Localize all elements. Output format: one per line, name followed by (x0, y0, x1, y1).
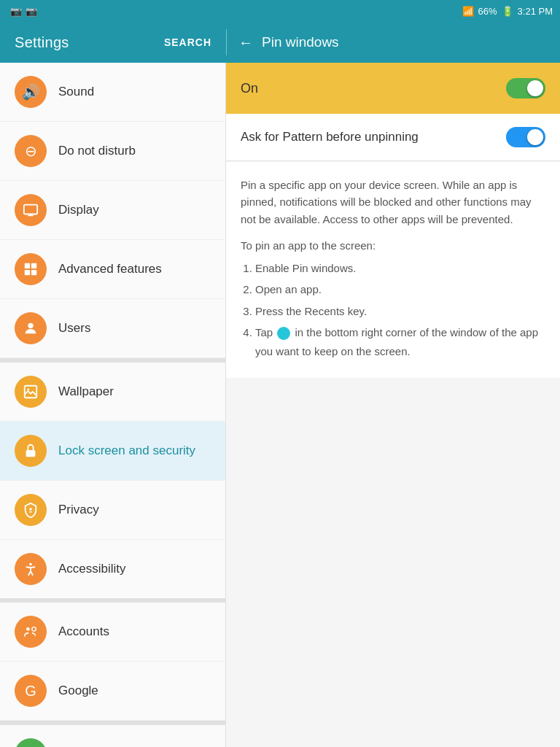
sidebar-item-wallpaper[interactable]: Wallpaper (0, 358, 225, 422)
wifi-icon: 📶 (462, 6, 474, 17)
main-layout: 🔊 Sound ⊖ Do not disturb Display Advance… (0, 63, 560, 747)
sidebar-item-privacy[interactable]: Privacy (0, 481, 225, 540)
description-area: Pin a specific app on your device screen… (226, 162, 560, 378)
description-text: Pin a specific app on your device screen… (241, 177, 545, 228)
sound-icon: 🔊 (15, 76, 47, 108)
instructions-title: To pin an app to the screen: (241, 239, 545, 252)
on-toggle-row[interactable]: On (226, 63, 560, 114)
instruction-item-3: Press the Recents key. (255, 302, 545, 321)
sidebar-item-sound-label: Sound (58, 85, 94, 99)
sidebar-item-accounts-label: Accounts (58, 624, 109, 639)
sidebar-item-lock-label: Lock screen and security (58, 444, 195, 458)
time: 3:21 PM (518, 6, 553, 17)
on-toggle-thumb (527, 80, 543, 96)
sidebar-item-language-input[interactable]: A Language and input (0, 721, 225, 747)
back-button[interactable]: ← (238, 34, 253, 51)
on-toggle-track (506, 78, 545, 98)
on-label: On (241, 81, 258, 96)
ask-pattern-toggle[interactable] (506, 127, 545, 147)
instructions-list: Enable Pin windows. Open an app. Press t… (241, 259, 545, 361)
sidebar-item-dnd-label: Do not disturb (58, 144, 136, 158)
ask-pattern-label: Ask for Pattern before unpinning (241, 130, 419, 144)
google-icon: G (15, 675, 47, 707)
instruction-item-2: Open an app. (255, 280, 545, 299)
accessibility-icon (15, 553, 47, 585)
sidebar-item-privacy-label: Privacy (58, 503, 99, 517)
svg-point-12 (29, 563, 32, 566)
instruction-item-4: Tap in the bottom right corner of the wi… (255, 323, 545, 360)
users-icon (15, 312, 47, 344)
advanced-features-icon (15, 253, 47, 285)
screenshot-icon: 📷 (26, 6, 37, 17)
sidebar-item-display[interactable]: Display (0, 181, 225, 240)
app-header: Settings SEARCH ← Pin windows (0, 22, 560, 63)
sidebar-item-do-not-disturb[interactable]: ⊖ Do not disturb (0, 122, 225, 181)
svg-rect-5 (25, 270, 30, 275)
svg-rect-0 (24, 205, 37, 214)
page-header-right: ← Pin windows (227, 34, 560, 51)
battery-percentage: 66% (478, 6, 497, 17)
sidebar-item-accounts[interactable]: Accounts (0, 603, 225, 662)
wallpaper-icon (15, 376, 47, 408)
svg-rect-10 (26, 450, 36, 457)
svg-point-7 (28, 323, 33, 328)
display-icon (15, 194, 47, 226)
pin-icon (277, 327, 290, 340)
sidebar-item-sound[interactable]: 🔊 Sound (0, 63, 225, 122)
ask-pattern-toggle-track (506, 127, 545, 147)
sidebar-item-display-label: Display (58, 203, 99, 217)
sidebar-item-accessibility[interactable]: Accessibility (0, 540, 225, 603)
ask-pattern-toggle-thumb (527, 129, 543, 145)
lock-screen-icon (15, 435, 47, 467)
svg-rect-4 (31, 263, 36, 268)
svg-point-13 (26, 627, 30, 631)
status-bar: 📷 📷 📶 66% 🔋 3:21 PM (0, 0, 560, 22)
svg-point-9 (27, 388, 29, 390)
accounts-icon (15, 616, 47, 648)
sidebar-item-lock-screen[interactable]: Lock screen and security (0, 422, 225, 481)
battery-icon: 🔋 (502, 6, 513, 17)
sidebar-item-google-label: Google (58, 684, 98, 698)
sidebar-item-advanced-features[interactable]: Advanced features (0, 240, 225, 299)
do-not-disturb-icon: ⊖ (15, 135, 47, 167)
settings-title: Settings (15, 34, 69, 51)
sidebar-item-accessibility-label: Accessibility (58, 562, 126, 576)
svg-rect-6 (31, 270, 36, 275)
content-area: On Ask for Pattern before unpinning Pin … (226, 63, 560, 747)
search-button[interactable]: SEARCH (164, 36, 211, 48)
sidebar: 🔊 Sound ⊖ Do not disturb Display Advance… (0, 63, 226, 747)
sidebar-item-users[interactable]: Users (0, 299, 225, 358)
on-toggle[interactable] (506, 78, 545, 98)
language-input-icon: A (15, 738, 47, 747)
page-title: Pin windows (262, 34, 339, 50)
svg-point-11 (29, 508, 32, 511)
settings-header-left: Settings SEARCH (0, 34, 226, 51)
sidebar-item-advanced-label: Advanced features (58, 262, 162, 276)
svg-rect-3 (25, 263, 30, 268)
ask-pattern-row[interactable]: Ask for Pattern before unpinning (226, 114, 560, 161)
camera-icon: 📷 (10, 6, 22, 17)
sidebar-item-google[interactable]: G Google (0, 662, 225, 721)
privacy-icon (15, 494, 47, 526)
sidebar-item-wallpaper-label: Wallpaper (58, 384, 114, 399)
instruction-item-1: Enable Pin windows. (255, 259, 545, 278)
sidebar-item-users-label: Users (58, 321, 90, 336)
